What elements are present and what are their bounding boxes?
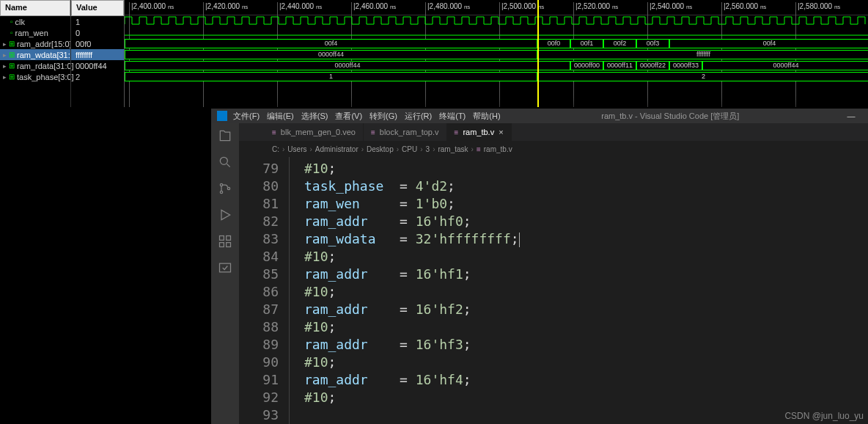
wire-icon: ▫ (10, 18, 13, 26)
bus-segment: 00f1 (570, 39, 603, 48)
line-number: 90 (239, 354, 279, 371)
menu-bar: 文件(F)编辑(E)选择(S)查看(V)转到(G)运行(R)终端(T)帮助(H) (233, 111, 501, 122)
code-line[interactable]: #10; (304, 160, 868, 178)
code-line[interactable]: ram_addr = 16'hf4; (304, 371, 868, 389)
time-ruler[interactable]: |2,400.000 ns|2,420.000 ns|2,440.000 ns|… (125, 0, 868, 15)
bus-segment: 0000ff33 (669, 61, 702, 70)
code-line[interactable]: ram_wen = 1'b0; (304, 195, 868, 213)
menu-item[interactable]: 帮助(H) (473, 111, 500, 122)
editor-tab[interactable]: ≡block_ram_top.v (364, 123, 447, 141)
bus-icon: ⊞ (9, 40, 15, 48)
bus-segment: 00f4 (669, 39, 868, 48)
line-number: 84 (239, 248, 279, 266)
code-line[interactable]: ram_wdata = 32'hffffffff; (304, 230, 868, 248)
waveform-row[interactable]: 0000ff440000ff000000ff110000ff220000ff33… (125, 59, 868, 70)
editor-tab[interactable]: ≡ram_tb.v× (447, 123, 512, 141)
name-column-header[interactable]: Name (0, 0, 70, 16)
file-icon: ≡ (455, 128, 459, 136)
bus-segment: 0000ff00 (570, 61, 603, 70)
line-number: 81 (239, 195, 279, 213)
waveform-row[interactable]: 0000ff44ffffffff (125, 48, 868, 59)
waveform-row[interactable]: 12 (125, 70, 868, 81)
code-line[interactable]: #10; (304, 248, 868, 266)
signal-row-task_phase30[interactable]: ▸⊞task_phase[3:0] (0, 71, 70, 82)
menu-item[interactable]: 选择(S) (301, 111, 328, 122)
waveform-row[interactable]: 00f400f000f100f200f300f4 (125, 37, 868, 48)
bus-segment: 2 (537, 72, 868, 81)
run-debug-icon[interactable] (217, 207, 233, 223)
signal-row-clk[interactable]: ▫clk (0, 16, 70, 27)
code-line[interactable]: ram_addr = 16'hf1; (304, 266, 868, 283)
breadcrumb-item[interactable]: Administrator (315, 145, 358, 153)
signal-value: 2 (71, 71, 124, 82)
line-number: 83 (239, 230, 279, 248)
search-icon[interactable] (217, 154, 233, 170)
source-control-icon[interactable] (217, 180, 233, 197)
signal-name: ram_wen (15, 29, 48, 37)
menu-item[interactable]: 编辑(E) (267, 111, 294, 122)
svg-rect-5 (227, 236, 231, 241)
code-line[interactable]: ram_addr = 16'hf0; (304, 213, 868, 230)
line-number-gutter: 798081828384858687888990919293 (239, 157, 289, 424)
explorer-icon[interactable] (217, 128, 233, 144)
watermark-text: CSDN @jun_luo_yu (784, 411, 864, 421)
file-icon: ≡ (371, 128, 375, 136)
signal-row-ram_addr150[interactable]: ▸⊞ram_addr[15:0] (0, 38, 70, 49)
signal-value: 0 (71, 27, 124, 38)
code-line[interactable]: ram_addr = 16'hf3; (304, 336, 868, 354)
window-title: ram_tb.v - Visual Studio Code [管理员] (501, 111, 840, 122)
line-number: 92 (239, 389, 279, 406)
text-cursor (519, 233, 520, 247)
menu-item[interactable]: 运行(R) (405, 111, 432, 122)
breadcrumb[interactable]: C:›Users›Administrator›Desktop›CPU›3›ram… (239, 141, 868, 157)
bus-segment: 00f4 (125, 39, 537, 48)
signal-value: 0000ff44 (71, 60, 124, 71)
close-icon[interactable]: × (499, 128, 503, 136)
breadcrumb-item[interactable]: Users (287, 145, 306, 153)
bus-segment: 00f2 (603, 39, 636, 48)
bus-segment: 00f0 (537, 39, 570, 48)
signal-row-ram_wdata310[interactable]: ▸⊞ram_wdata[31:0] (0, 49, 70, 60)
breadcrumb-item[interactable]: CPU (402, 145, 417, 153)
signal-row-ram_wen[interactable]: ▫ram_wen (0, 27, 70, 38)
menu-item[interactable]: 终端(T) (439, 111, 466, 122)
breadcrumb-item[interactable]: 3 (426, 145, 430, 153)
vscode-window: 文件(F)编辑(E)选择(S)查看(V)转到(G)运行(R)终端(T)帮助(H)… (211, 109, 868, 424)
minimize-button[interactable]: — (840, 112, 862, 120)
breadcrumb-item[interactable]: C: (272, 145, 279, 153)
code-line[interactable]: task_phase = 4'd2; (304, 178, 868, 195)
breadcrumb-item[interactable]: Desktop (367, 145, 394, 153)
extensions-icon[interactable] (217, 233, 233, 249)
signal-name: task_phase[3:0] (17, 73, 74, 81)
line-number: 93 (239, 406, 279, 424)
breadcrumb-item[interactable]: ram_task (438, 145, 468, 153)
code-line[interactable]: #10; (304, 354, 868, 371)
line-number: 88 (239, 318, 279, 336)
code-line[interactable]: #10; (304, 318, 868, 336)
line-number: 80 (239, 178, 279, 195)
line-number: 85 (239, 266, 279, 283)
code-editor[interactable]: 798081828384858687888990919293 #10;task_… (239, 157, 868, 424)
titlebar[interactable]: 文件(F)编辑(E)选择(S)查看(V)转到(G)运行(R)终端(T)帮助(H)… (211, 109, 868, 123)
menu-item[interactable]: 文件(F) (233, 111, 260, 122)
signal-value: 00f0 (71, 38, 124, 49)
menu-item[interactable]: 转到(G) (369, 111, 397, 122)
signal-row-ram_rdata310[interactable]: ▸⊞ram_rdata[31:0] (0, 60, 70, 71)
svg-rect-8 (220, 263, 231, 272)
value-column-header[interactable]: Value (71, 0, 124, 16)
code-line[interactable]: ram_addr = 16'hf2; (304, 301, 868, 318)
menu-item[interactable]: 查看(V) (335, 111, 362, 122)
waveform-area[interactable]: |2,400.000 ns|2,420.000 ns|2,440.000 ns|… (125, 0, 868, 107)
editor-tab[interactable]: ≡blk_mem_gen_0.veo (265, 123, 364, 141)
code-line[interactable]: #10; (304, 283, 868, 301)
code-line[interactable]: #10; (304, 389, 868, 406)
line-number: 89 (239, 336, 279, 354)
line-number: 82 (239, 213, 279, 230)
waveform-row[interactable] (125, 26, 868, 37)
testing-icon[interactable] (217, 260, 233, 276)
time-cursor[interactable] (537, 0, 539, 107)
waveform-row[interactable] (125, 15, 868, 26)
breadcrumb-item[interactable]: ram_tb.v (484, 145, 512, 153)
tab-label: blk_mem_gen_0.veo (281, 128, 356, 136)
svg-rect-7 (227, 243, 231, 247)
